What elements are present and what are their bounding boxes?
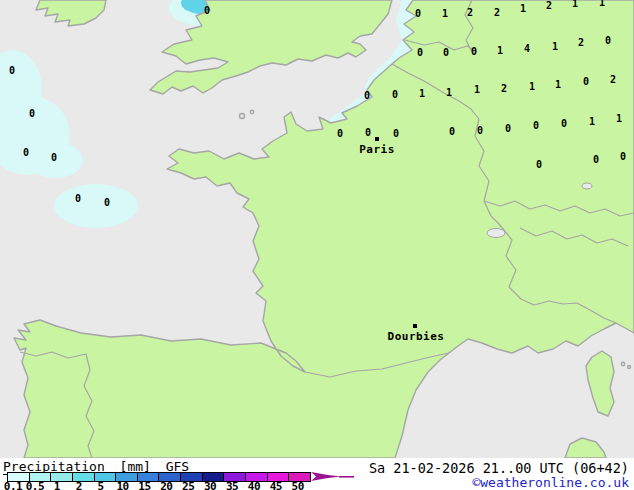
copyright-link[interactable]: ©weatheronline.co.uk (472, 475, 629, 490)
small-island (628, 366, 631, 369)
channel-island (240, 114, 245, 119)
legend-tick-label: 15 (138, 482, 150, 490)
legend-tick-label: 30 (204, 482, 216, 490)
legend-tick-label: 50 (292, 482, 304, 490)
legend-tick-label: 0.1 (4, 482, 22, 490)
precipitation-map: 0000000000122121100014120111211020000000… (0, 0, 634, 458)
legend-tick-label: 20 (160, 482, 172, 490)
timestamp: Sa 21-02-2026 21..00 UTC (06+42) (369, 460, 629, 476)
legend-tick-label: 1 (54, 482, 60, 490)
legend-tick-label: 0.5 (26, 482, 44, 490)
small-island (621, 362, 624, 365)
legend-tick-label: 2 (76, 482, 82, 490)
channel-island (250, 110, 253, 113)
lake-geneva (487, 229, 505, 238)
legend-ticks: 0.10.5125101520253035404550 (0, 482, 360, 490)
legend-color-bar (7, 472, 311, 482)
legend-tick-label: 5 (98, 482, 104, 490)
legend-bar: Precipitation [mm] GFS 0.10.512510152025… (0, 458, 634, 490)
weather-map-page: 0000000000122121100014120111211020000000… (0, 0, 634, 490)
legend-tick-label: 40 (248, 482, 260, 490)
legend-tick-label: 25 (182, 482, 194, 490)
legend-tick-label: 45 (270, 482, 282, 490)
map-geography (0, 0, 634, 458)
lake (582, 183, 592, 189)
legend-tick-label: 10 (116, 482, 128, 490)
legend-tick-label: 35 (226, 482, 238, 490)
